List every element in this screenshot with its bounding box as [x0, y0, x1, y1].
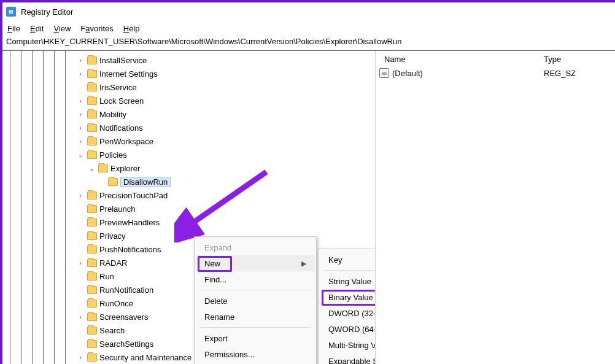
tree-item-explorer[interactable]: ⌄Explorer: [82, 161, 375, 175]
list-row[interactable]: ab(Default)REG_SZ: [376, 67, 615, 79]
chevron-right-icon[interactable]: ›: [76, 191, 85, 199]
cm-item-expand: Expand: [196, 239, 315, 255]
tree-item-disallowrun[interactable]: ›DisallowRun: [92, 175, 375, 188]
folder-icon: [98, 165, 108, 172]
tree-item-label: Privacy: [99, 231, 126, 241]
tree-item-label: InstallService: [99, 56, 147, 65]
tree-item-lock-screen[interactable]: ›Lock Screen: [71, 94, 375, 107]
menu-favorites[interactable]: Favorites: [80, 24, 113, 33]
folder-icon: [87, 192, 97, 199]
tree-item-prelaunch[interactable]: ›Prelaunch: [71, 202, 375, 215]
chevron-down-icon[interactable]: ⌄: [87, 164, 96, 172]
folder-icon: [87, 97, 97, 105]
tree-item-label: DisallowRun: [120, 177, 171, 187]
chevron-right-icon: ▶: [301, 260, 306, 268]
chevron-right-icon[interactable]: ›: [76, 96, 85, 105]
tree-item-policies[interactable]: ⌄Policies: [71, 148, 375, 161]
address-text: Computer\HKEY_CURRENT_USER\Software\Micr…: [6, 37, 401, 46]
menu-bar: File Edit View Favorites Help: [2, 21, 615, 36]
window-title: Registry Editor: [21, 7, 73, 17]
folder-icon: [87, 340, 97, 348]
cm-item-permissions[interactable]: Permissions...: [196, 346, 315, 362]
menu-file[interactable]: File: [7, 24, 20, 33]
folder-icon: [87, 219, 97, 227]
folder-icon: [87, 259, 97, 267]
tree-item-installservice[interactable]: ›InstallService: [71, 53, 375, 67]
folder-icon: [87, 246, 97, 254]
folder-icon: [87, 56, 97, 64]
folder-icon: [87, 124, 97, 132]
tree-item-penworkspace[interactable]: ›PenWorkspace: [71, 134, 375, 148]
tree-item-previewhandlers[interactable]: ›PreviewHandlers: [71, 215, 375, 229]
address-bar[interactable]: Computer\HKEY_CURRENT_USER\Software\Micr…: [2, 36, 615, 50]
cm-item-dword-value[interactable]: DWORD (32-bit) Value: [320, 305, 376, 321]
tree-item-label: Policies: [99, 150, 127, 160]
list-headers: Name Type: [376, 51, 615, 67]
folder-icon: [87, 327, 97, 335]
list-pane: Name Type ab(Default)REG_SZ: [376, 51, 615, 364]
cm-separator: [199, 290, 311, 290]
folder-icon: [87, 110, 97, 118]
tree-item-label: PreviewHandlers: [99, 218, 160, 227]
cm-item-find[interactable]: Find...: [196, 271, 315, 287]
cm-item-string-value[interactable]: String Value: [320, 273, 376, 289]
column-header-name[interactable]: Name: [379, 52, 539, 66]
folder-icon: [87, 70, 97, 78]
tree-item-internet-settings[interactable]: ›Internet Settings: [71, 67, 375, 80]
tree-item-label: Prelaunch: [99, 204, 136, 214]
folder-icon: [108, 178, 118, 186]
chevron-right-icon[interactable]: ›: [76, 56, 85, 64]
chevron-right-icon[interactable]: ›: [76, 69, 85, 78]
cm-item-multi-string-value[interactable]: Multi-String Value: [320, 337, 376, 353]
tree-item-label: PushNotifications: [99, 245, 161, 254]
tree-item-label: Security and Maintenance: [99, 353, 191, 362]
cm-item-rename[interactable]: Rename: [196, 309, 315, 325]
tree-item-label: RADAR: [99, 258, 128, 268]
menu-help[interactable]: Help: [123, 24, 140, 33]
tree-depth-lines: [2, 51, 69, 364]
tree-item-label: Search: [99, 326, 125, 335]
tree-item-label: PrecisionTouchPad: [99, 191, 168, 200]
chevron-right-icon[interactable]: ›: [76, 312, 85, 321]
cm-item-qword-value[interactable]: QWORD (64-bit) Value: [320, 321, 376, 337]
tree-item-precisiontouchpad[interactable]: ›PrecisionTouchPad: [71, 188, 375, 202]
folder-icon: [87, 300, 97, 308]
tree-item-label: RunNotification: [99, 285, 153, 295]
tree-item-label: PenWorkspace: [99, 137, 153, 146]
chevron-right-icon[interactable]: ›: [76, 258, 85, 267]
tree-pane: ›InstallService›Internet Settings›IrisSe…: [2, 51, 376, 364]
title-bar: ⊞ Registry Editor: [2, 2, 615, 21]
regedit-app-icon: ⊞: [6, 7, 16, 17]
cm-item-export[interactable]: Export: [196, 330, 315, 346]
context-menu-primary: Expand New ▶ Find... Delete Rename Expor…: [194, 236, 317, 364]
folder-icon: [87, 205, 97, 213]
cm-item-expandable-string-value[interactable]: Expandable String Value: [320, 353, 376, 364]
tree-item-label: Screensavers: [99, 312, 148, 322]
cm-item-key[interactable]: Key: [320, 252, 376, 268]
folder-icon: [87, 286, 97, 294]
folder-icon: [87, 83, 97, 91]
string-value-icon: ab: [379, 68, 389, 78]
cm-item-delete[interactable]: Delete: [196, 293, 315, 309]
cm-item-new[interactable]: New ▶: [196, 255, 315, 271]
tree-item-notifications[interactable]: ›Notifications: [71, 121, 375, 134]
tree-item-label: Mobility: [99, 110, 126, 119]
tree-item-label: RunOnce: [99, 299, 133, 308]
folder-icon: [87, 313, 97, 321]
tree-item-label: Explorer: [110, 164, 140, 173]
tree-item-irisservice[interactable]: ›IrisService: [71, 80, 375, 94]
tree-item-label: Lock Screen: [99, 96, 144, 106]
chevron-right-icon[interactable]: ›: [76, 353, 85, 362]
folder-icon: [87, 151, 97, 159]
chevron-right-icon[interactable]: ›: [76, 110, 85, 118]
tree-item-label: IrisService: [99, 83, 137, 92]
tree-item-mobility[interactable]: ›Mobility: [71, 107, 375, 121]
column-header-type[interactable]: Type: [539, 52, 606, 66]
menu-edit[interactable]: Edit: [30, 24, 44, 33]
menu-view[interactable]: View: [53, 24, 71, 33]
chevron-down-icon[interactable]: ⌄: [76, 150, 85, 159]
cm-item-binary-value[interactable]: Binary Value: [320, 289, 376, 305]
chevron-right-icon[interactable]: ›: [76, 137, 85, 145]
cm-separator: [199, 327, 311, 328]
chevron-right-icon[interactable]: ›: [76, 123, 85, 132]
